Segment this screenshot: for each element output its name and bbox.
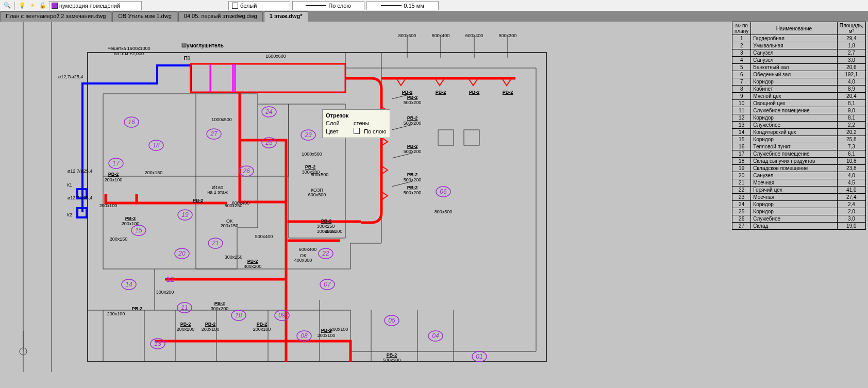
svg-text:200x100: 200x100	[105, 177, 123, 182]
entity-tooltip: Отрезок Слойстены Цвет По слою	[322, 109, 390, 138]
svg-text:22: 22	[322, 250, 329, 257]
svg-text:РВ-2: РВ-2	[257, 322, 268, 327]
svg-text:Шумоглушитель: Шумоглушитель	[181, 43, 224, 48]
svg-text:300x250: 300x250	[225, 255, 243, 260]
find-icon[interactable]: 🔍	[3, 2, 11, 10]
property-toolbar: 🔍 💡 ☀ 🔓 нумерация помещений белый По сло…	[0, 0, 868, 11]
svg-text:01: 01	[476, 353, 482, 360]
svg-text:400x200: 400x200	[244, 264, 262, 269]
svg-text:500x200: 500x200	[404, 121, 422, 126]
sun-icon[interactable]: ☀	[28, 2, 37, 10]
svg-text:25: 25	[265, 139, 273, 146]
svg-text:РВ-2: РВ-2	[132, 306, 143, 311]
lock-icon[interactable]: 🔓	[39, 2, 47, 10]
table-row: 3Санузел2,7	[732, 49, 866, 57]
svg-text:11: 11	[181, 304, 188, 311]
svg-text:500x200: 500x200	[404, 100, 422, 105]
svg-text:РВ-2: РВ-2	[469, 90, 480, 95]
svg-text:500x250: 500x250	[225, 203, 243, 208]
svg-text:07: 07	[324, 281, 331, 288]
svg-text:1000x500: 1000x500	[302, 151, 322, 157]
svg-text:10: 10	[235, 312, 242, 319]
table-row: 10Овощной цех8,1	[732, 100, 866, 107]
svg-text:РВ-2: РВ-2	[125, 216, 136, 221]
svg-text:ø12,7/ø25,4: ø12,7/ø25,4	[68, 195, 93, 200]
tab-0[interactable]: План с венткамерой 2 замечания.dwg	[0, 11, 111, 22]
svg-text:РВ-2: РВ-2	[321, 328, 332, 333]
svg-text:300x200: 300x200	[302, 170, 320, 175]
svg-text:21: 21	[211, 240, 219, 247]
svg-text:23: 23	[304, 131, 312, 139]
table-row: 15Коридор25,8	[732, 136, 866, 143]
svg-text:на 2 этаж: на 2 этаж	[207, 190, 227, 195]
svg-text:200x150: 200x150	[110, 237, 128, 242]
svg-text:Решетка 1600х1000: Решетка 1600х1000	[108, 46, 151, 51]
room-schedule-table: № по плану Наименование Площадь, м² 1Гар…	[732, 22, 866, 230]
layer-selector[interactable]: нумерация помещений	[49, 1, 142, 10]
svg-text:06: 06	[440, 188, 447, 195]
svg-text:РВ-2: РВ-2	[180, 322, 191, 327]
svg-text:600x400: 600x400	[465, 33, 483, 38]
table-row: 19Складское помещение23,8	[732, 165, 866, 172]
svg-text:РВ-2: РВ-2	[503, 90, 513, 95]
svg-text:К1: К1	[67, 182, 72, 188]
svg-text:РВ-2: РВ-2	[407, 185, 418, 190]
svg-text:500x200: 500x200	[404, 177, 422, 182]
svg-text:1000x500: 1000x500	[211, 117, 232, 122]
color-swatch-white	[232, 3, 238, 9]
svg-text:РВ-2: РВ-2	[247, 259, 258, 264]
color-dropdown[interactable]: белый	[228, 1, 290, 10]
svg-rect-4	[438, 130, 454, 145]
svg-rect-8	[191, 64, 345, 92]
table-row: 2Умывальная1,8	[732, 42, 866, 49]
table-row: 20Санузел4,0	[732, 172, 866, 179]
tab-2[interactable]: 04.05. первый этажdwg.dwg	[178, 11, 263, 22]
tab-3[interactable]: 1 этаж.dwg*	[264, 11, 308, 22]
svg-text:800x400: 800x400	[432, 33, 450, 38]
table-row: 8Кабинет8,9	[732, 86, 866, 93]
svg-text:200x150: 200x150	[145, 170, 163, 175]
svg-text:500x300: 500x300	[499, 33, 517, 38]
svg-text:20: 20	[178, 250, 186, 257]
svg-text:на отм +2,000: на отм +2,000	[114, 51, 144, 56]
svg-text:РВ-2: РВ-2	[214, 301, 225, 306]
table-row: 11Служебное помещение9,0	[732, 107, 866, 114]
table-row: 24Коридор2,4	[732, 201, 866, 208]
svg-text:РВ-2: РВ-2	[108, 172, 119, 177]
svg-text:П1: П1	[184, 56, 191, 61]
bulb-icon[interactable]: 💡	[18, 2, 26, 10]
svg-rect-5	[464, 130, 479, 145]
table-row: 6Обеденный зал192,1	[732, 71, 866, 78]
svg-text:РВ-2: РВ-2	[407, 95, 418, 100]
svg-text:800x500: 800x500	[435, 209, 453, 214]
svg-text:РВ-2: РВ-2	[407, 172, 418, 177]
table-row: 21Моечная4,5	[732, 179, 866, 187]
table-row: 1Гардеробная29,4	[732, 35, 866, 42]
svg-text:04: 04	[432, 332, 439, 340]
svg-text:27: 27	[210, 130, 218, 138]
svg-text:26: 26	[242, 167, 250, 175]
table-row: 25Коридор2,0	[732, 208, 866, 215]
svg-text:РВ-2: РВ-2	[305, 164, 316, 170]
tab-1[interactable]: ОВ Утиль изм 1.dwg	[112, 11, 177, 22]
lineweight-dropdown[interactable]: 0.15 мм	[366, 1, 439, 10]
svg-text:500x200: 500x200	[404, 149, 422, 154]
layer-name: нумерация помещений	[59, 3, 120, 9]
linetype-dropdown[interactable]: По слою	[292, 1, 364, 10]
svg-text:400х300: 400х300	[294, 258, 312, 263]
svg-text:200x100: 200x100	[107, 311, 125, 316]
room-markers: 0104050607080910111213141516171819202122…	[109, 107, 487, 362]
svg-text:200x100: 200x100	[330, 327, 348, 332]
svg-text:05: 05	[388, 317, 395, 324]
drawing-canvas[interactable]: 1600x600 1000x500 1000x500 800x500 800x5…	[0, 22, 868, 388]
svg-text:РВ-2: РВ-2	[205, 322, 216, 327]
table-row: 18Склад сыпучих продуктов10,8	[732, 158, 866, 165]
svg-text:500x200: 500x200	[383, 358, 401, 363]
svg-text:РВ-2: РВ-2	[407, 115, 418, 121]
svg-text:08: 08	[301, 332, 308, 340]
svg-text:300x250: 300x250	[317, 229, 335, 234]
svg-text:РВ-2: РВ-2	[321, 218, 332, 224]
table-row: 27Склад19,0	[732, 223, 866, 230]
table-row: 26Служебное3,0	[732, 215, 866, 223]
table-row: 7Коридор4,0	[732, 78, 866, 86]
